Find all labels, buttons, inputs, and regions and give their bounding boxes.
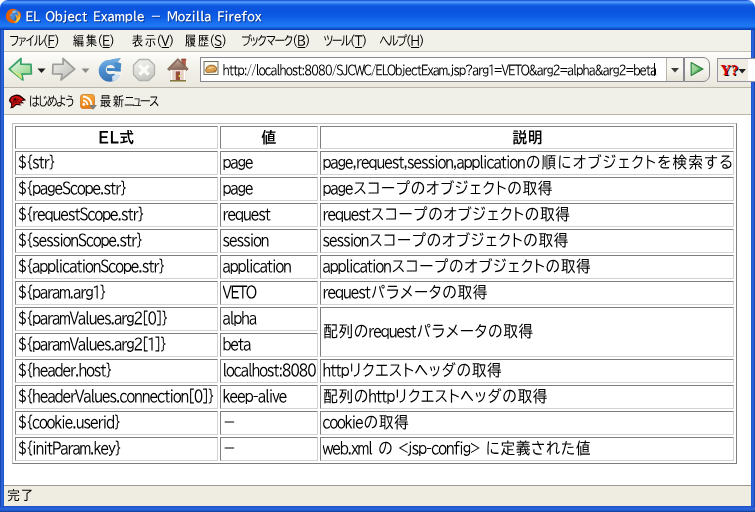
svg-text:Y?: Y? bbox=[721, 62, 739, 78]
